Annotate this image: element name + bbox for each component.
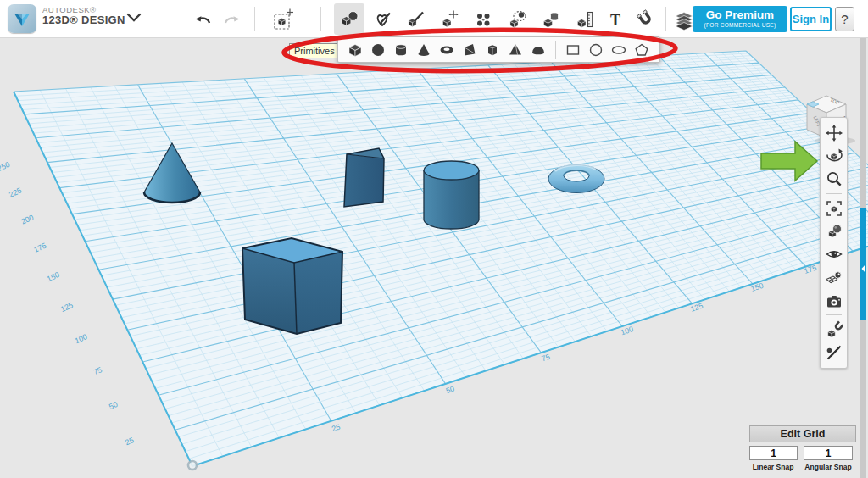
redo-icon xyxy=(222,9,242,30)
zoom-button[interactable] xyxy=(823,169,845,190)
torus-primitive-button[interactable] xyxy=(437,41,456,59)
grid-y-label: 25 xyxy=(124,436,135,447)
orbit-icon xyxy=(825,147,843,165)
cylinder-primitive-button[interactable] xyxy=(392,41,410,59)
brand-text: AUTODESK® 123D® DESIGN xyxy=(42,6,125,27)
snap-disabled-icon xyxy=(825,343,843,362)
construct-icon xyxy=(405,9,426,30)
grid-plane[interactable]: 2550751001251501752550751001251501752002… xyxy=(0,38,868,478)
chevron-down-icon[interactable] xyxy=(125,12,142,24)
primitives-tool-button[interactable] xyxy=(334,3,364,35)
sign-in-button[interactable]: Sign In xyxy=(790,7,832,31)
grouping-icon xyxy=(507,9,527,30)
orbit-button[interactable] xyxy=(823,145,845,166)
grid-x-label: 125 xyxy=(689,302,704,314)
pyramid-primitive-button[interactable] xyxy=(506,41,525,59)
triangular-prism-object[interactable] xyxy=(344,148,384,207)
combine-tool-button[interactable] xyxy=(536,3,566,35)
text-tool-button[interactable]: T xyxy=(600,3,631,35)
grid-visibility-button[interactable] xyxy=(823,267,845,288)
grid-y-label: 150 xyxy=(46,270,61,283)
3d-viewport[interactable]: 2550751001251501752550751001251501752002… xyxy=(0,38,868,478)
polygon-sketch-button[interactable] xyxy=(632,41,651,59)
angular-snap-input[interactable] xyxy=(804,446,853,460)
polygon-icon xyxy=(633,42,650,58)
grid-y-label: 175 xyxy=(32,242,47,254)
linear-snap-input[interactable] xyxy=(749,446,798,460)
sphere-icon xyxy=(370,42,387,58)
top-toolbar: AUTODESK® 123D® DESIGN xyxy=(0,0,868,38)
torus-icon xyxy=(438,42,455,58)
toolbar-divider xyxy=(826,314,842,315)
pattern-icon xyxy=(473,9,493,30)
undo-button[interactable] xyxy=(187,3,218,35)
snap-magnet-icon xyxy=(825,320,843,339)
primitives-dropdown xyxy=(337,36,660,63)
cone-primitive-button[interactable] xyxy=(415,41,433,59)
grid-y-label: 100 xyxy=(74,332,89,345)
screenshot-button[interactable] xyxy=(823,290,845,311)
cone-object[interactable] xyxy=(144,143,200,203)
cube-object[interactable] xyxy=(242,238,342,334)
redo-button[interactable] xyxy=(217,3,248,35)
zoom-fit-button[interactable] xyxy=(823,197,845,219)
torus-object[interactable] xyxy=(548,165,604,193)
snap-disabled-button[interactable] xyxy=(823,342,845,364)
grid-origin-marker[interactable] xyxy=(188,461,197,470)
sphere-primitive-button[interactable] xyxy=(369,41,387,59)
snap-tool-button[interactable] xyxy=(630,3,660,35)
wedge-icon xyxy=(461,42,478,58)
grid-y-label: 75 xyxy=(92,365,103,376)
transform-move-icon xyxy=(271,8,295,31)
transform-button[interactable] xyxy=(268,3,298,35)
show-hide-button[interactable] xyxy=(823,244,845,265)
box-primitive-button[interactable] xyxy=(346,41,364,59)
cylinder-object[interactable] xyxy=(424,161,479,229)
magnet-icon xyxy=(635,9,655,30)
grouping-tool-button[interactable] xyxy=(502,3,532,35)
undo-icon xyxy=(192,9,213,30)
grid-y-label: 125 xyxy=(59,301,75,314)
hemisphere-icon xyxy=(530,42,547,58)
ellipse-sketch-button[interactable] xyxy=(609,41,628,59)
pattern-tool-button[interactable] xyxy=(468,3,498,35)
circle-icon xyxy=(587,42,604,58)
sketch-icon xyxy=(373,9,393,30)
measure-icon xyxy=(575,9,595,30)
material-view-icon xyxy=(825,222,843,241)
modify-tool-button[interactable] xyxy=(434,3,465,35)
prism-primitive-button[interactable] xyxy=(483,41,502,59)
zoom-icon xyxy=(825,170,843,188)
combine-icon xyxy=(541,9,561,30)
snap-object-button[interactable] xyxy=(823,319,845,340)
go-premium-label: Go Premium xyxy=(693,8,787,21)
pan-button[interactable] xyxy=(823,122,845,143)
view-toolbar xyxy=(820,117,848,369)
pan-icon xyxy=(825,124,843,142)
box-icon xyxy=(347,42,364,58)
sketch-tool-button[interactable] xyxy=(368,3,398,35)
modify-icon xyxy=(439,9,459,30)
help-button[interactable]: ? xyxy=(835,7,854,31)
toolbar-divider xyxy=(826,193,842,194)
measure-tool-button[interactable] xyxy=(570,3,600,35)
zoom-fit-icon xyxy=(825,199,843,218)
hemisphere-primitive-button[interactable] xyxy=(529,41,548,59)
wedge-primitive-button[interactable] xyxy=(460,41,479,59)
linear-snap-label: Linear Snap xyxy=(748,463,798,471)
construct-tool-button[interactable] xyxy=(400,3,431,35)
app-logo[interactable] xyxy=(8,4,36,33)
grid-x-label: 100 xyxy=(620,325,634,336)
grid-x-label: 175 xyxy=(803,264,817,275)
material-view-button[interactable] xyxy=(823,220,845,242)
go-premium-button[interactable]: Go Premium (FOR COMMERCIAL USE) xyxy=(693,6,787,32)
toolbar-divider xyxy=(254,7,255,31)
rectangle-sketch-button[interactable] xyxy=(564,41,582,59)
angular-snap-label: Angular Snap xyxy=(803,463,854,471)
primitives-icon xyxy=(339,9,359,30)
prism-icon xyxy=(484,42,501,58)
edit-grid-button[interactable]: Edit Grid xyxy=(749,425,856,442)
circle-sketch-button[interactable] xyxy=(587,41,605,59)
edit-grid-panel: Edit Grid Linear Snap Angular Snap xyxy=(744,421,863,474)
cylinder-icon xyxy=(392,42,409,58)
